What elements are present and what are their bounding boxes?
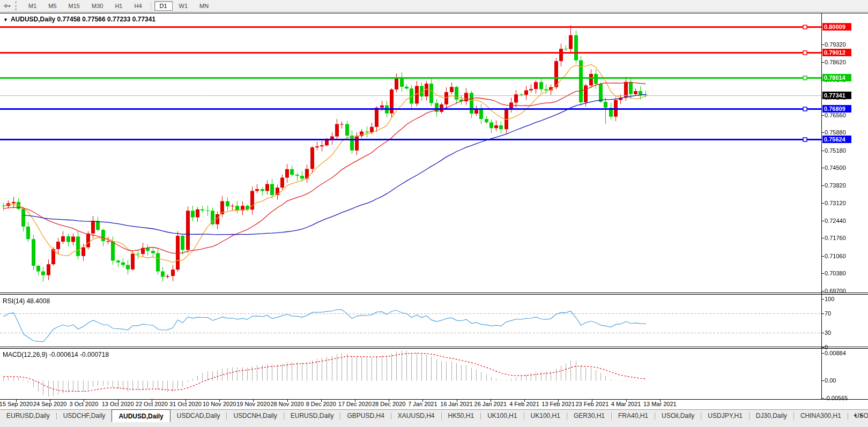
price-tick-label: 0.72440 [825,218,846,224]
chart-collapse-icon[interactable]: ▼ [3,17,8,23]
chart-tab-xauusd-h4[interactable]: XAUUSD,H4 [391,410,441,421]
rsi-tick-mark [821,313,824,314]
price-tick-mark [821,132,824,133]
price-tick-label: 0.74500 [825,164,846,171]
chart-title-text: AUDUSD,Daily 0.77458 0.77566 0.77233 0.7… [11,16,155,23]
date-label: 13 Mar 2021 [639,401,681,407]
price-tick-mark [821,168,824,168]
price-axis-line [821,13,822,399]
rsi-tick-mark [821,299,824,299]
price-tick-mark [821,185,824,186]
chart-tab-bar: EURUSD,DailyUSDCHF,DailyAUDUSD,DailyUSDC… [0,409,868,427]
price-tick-label: 0.73820 [825,182,846,189]
timeframe-button-m5[interactable]: M5 [43,1,62,11]
price-tick-label: 0.70380 [825,270,846,276]
chart-tab-usdchf-daily[interactable]: USDCHF,Daily [57,410,112,421]
chart-tab-dj30-daily[interactable]: DJ30,Daily [750,410,793,421]
rsi-indicator-canvas[interactable] [0,295,822,347]
timeframe-toolbar: ✛▾ M1M5M15M30H1H4D1W1MN [0,0,868,12]
hline-price-tag: 0.78014 [822,74,851,81]
tab-scroll-arrows: ◄► [852,413,866,418]
tab-scroll-right-icon[interactable]: ► [859,413,866,418]
price-tick-mark [821,291,824,291]
hline-price-tag: 0.76809 [822,105,851,113]
price-tick-mark [821,62,824,63]
chart-tab-china300-h1[interactable]: CHINA300,H1 [794,410,848,421]
rsi-tick-label: 100 [825,296,834,302]
hline-price-tag: 0.79012 [822,49,851,56]
macd-tick-label: 0.00 [825,377,836,384]
timeframe-button-h4[interactable]: H4 [129,1,147,11]
timeframe-button-m30[interactable]: M30 [86,1,108,11]
rsi-label: RSI(14) 48.4008 [3,297,50,305]
price-tick-label: 0.69700 [825,288,846,294]
price-tick-mark [821,115,824,116]
rsi-tick-label: 30 [825,329,831,336]
chart-tab-eurusd-daily[interactable]: EURUSD,Daily [0,410,56,421]
tab-scroll-left-icon[interactable]: ◄ [852,413,859,418]
chart-tab-usdjpy-h1[interactable]: USDJPY,H1 [701,410,748,421]
timeframe-button-m15[interactable]: M15 [63,1,85,11]
current-price-tag: 0.77341 [822,92,851,99]
chart-tab-usdcnh-daily[interactable]: USDCNH,Daily [227,410,283,421]
macd-tick-mark [821,380,824,381]
macd-label: MACD(12,26,9) -0.000614 -0.000718 [3,351,109,358]
price-tick-mark [821,44,824,45]
pane-separator-rsi[interactable] [0,293,868,295]
price-tick-mark [821,203,824,204]
macd-tick-mark [821,398,824,399]
price-tick-label: 0.73120 [825,200,846,206]
rsi-tick-label: 70 [825,310,831,317]
price-tick-mark [821,238,824,238]
timeframe-button-m1[interactable]: M1 [23,1,42,11]
price-tick-mark [821,256,824,257]
hline-price-tag: 0.80009 [822,23,851,31]
chart-tab-usoil-daily[interactable]: USOil,Daily [655,410,701,421]
price-tick-label: 0.75880 [825,129,846,136]
rsi-tick-mark [821,347,824,348]
toolbar-separator [151,2,151,10]
chart-tab-ger30-h1[interactable]: GER30,H1 [567,410,611,421]
price-tick-mark [821,221,824,221]
chart-tab-fra40-h1[interactable]: FRA40,H1 [612,410,655,421]
chart-title: ▼AUDUSD,Daily 0.77458 0.77566 0.77233 0.… [3,16,155,23]
chart-tabs: EURUSD,DailyUSDCHF,DailyAUDUSD,DailyUSDC… [0,410,868,422]
macd-indicator-canvas[interactable] [0,349,822,399]
chart-bottom-border [0,399,868,400]
timeframe-button-h1[interactable]: H1 [109,1,128,11]
chart-tab-uk100-h1[interactable]: UK100,H1 [524,410,567,421]
toolbar-grip-handle[interactable] [15,2,19,10]
macd-tick-label: 0.00884 [825,350,846,356]
price-tick-label: 0.78620 [825,59,846,65]
chart-tab-usdcad-daily[interactable]: USDCAD,Daily [170,410,227,421]
price-tick-label: 0.75180 [825,147,846,154]
timeframe-button-d1[interactable]: D1 [154,1,173,11]
timeframe-buttons: M1M5M15M30H1H4D1W1MN [23,1,214,11]
macd-tick-mark [821,353,824,354]
chart-tab-hk50-h1[interactable]: HK50,H1 [442,410,481,421]
price-tick-label: 0.71060 [825,253,846,259]
chart-tab-audusd-daily[interactable]: AUDUSD,Daily [112,409,170,422]
crosshair-cursor-icon[interactable]: ✛▾ [0,1,14,11]
chart-tab-eurusd-daily[interactable]: EURUSD,Daily [284,410,340,421]
chevron-down-icon[interactable]: ▾ [9,4,11,9]
macd-tick-label: -0.00565 [825,395,848,401]
price-tick-mark [821,273,824,274]
price-tick-label: 0.79320 [825,41,846,48]
price-tick-label: 0.71760 [825,235,846,241]
chart-tab-gbpusd-h4[interactable]: GBPUSD,H4 [340,410,390,421]
rsi-tick-mark [821,333,824,333]
price-tick-label: 0.76560 [825,112,846,118]
price-tick-mark [821,151,824,151]
hline-price-tag: 0.75624 [822,136,851,143]
timeframe-button-w1[interactable]: W1 [174,1,194,11]
chart-tab-uk100-h1[interactable]: UK100,H1 [481,410,523,421]
price-chart-canvas[interactable] [0,13,822,293]
timeframe-button-mn[interactable]: MN [194,1,214,11]
